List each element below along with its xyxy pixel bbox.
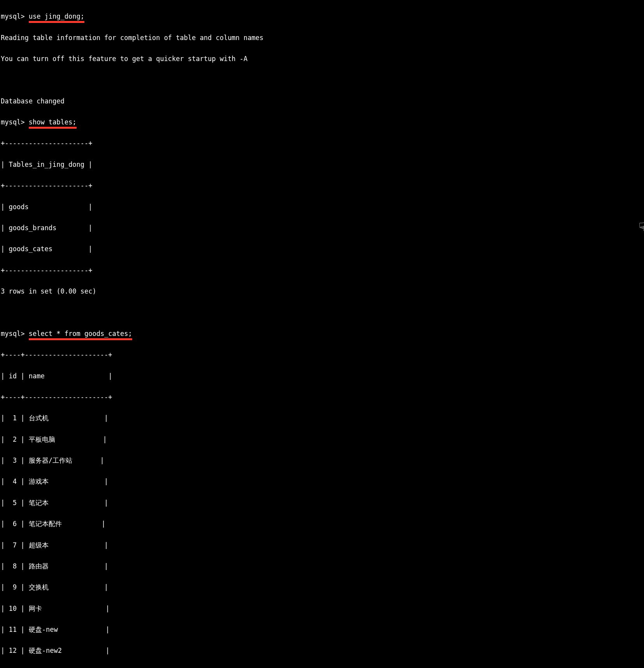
table-row: | 8 | 路由器 | [1,561,643,572]
rows-summary: 3 rows in set (0.00 sec) [1,286,643,297]
msg-turnoff: You can turn off this feature to get a q… [1,54,643,64]
table-row: | 4 | 游戏本 | [1,476,643,487]
table-border: +---------------------+ [1,180,643,191]
table-row: | goods_cates | [1,244,643,254]
table-row: | 5 | 笔记本 | [1,498,643,508]
table-border: +----+---------------------+ [1,350,643,360]
table-row: | 2 | 平板电脑 | [1,434,643,445]
col-header-id: id [9,372,16,380]
mysql-prompt: mysql> [1,118,24,126]
msg-reading: Reading table information for completion… [1,33,643,43]
mysql-prompt: mysql> [1,330,24,337]
cmd-show-tables: show tables; [29,117,77,128]
table-row: | goods_brands | [1,223,643,233]
table-border: +---------------------+ [1,138,643,149]
table-row: | 12 | 硬盘-new2 | [1,645,643,656]
table-row: | 6 | 笔记本配件 | [1,519,643,529]
msg-db-changed: Database changed [1,96,643,107]
cmd-use-db: use jing_dong; [29,11,84,22]
table-row: | 11 | 硬盘-new | [1,624,643,635]
col-header: Tables_in_jing_dong [9,161,84,168]
col-header-name: name [29,372,45,380]
terminal-output[interactable]: mysql> use jing_dong; Reading table info… [0,0,644,668]
table-row: | 7 | 超级本 | [1,540,643,551]
table-header-row: | Tables_in_jing_dong | [1,159,643,170]
cursor-hand-icon: ☟ [639,218,644,236]
table-row: | 9 | 交换机 | [1,582,643,593]
cmd-select-cates: select * from goods_cates; [29,329,132,339]
table-header-row: | id | name | [1,371,643,381]
table-border: +----+---------------------+ [1,392,643,402]
table-row: | 1 | 台式机 | [1,413,643,423]
table-row: | 10 | 网卡 | [1,603,643,614]
table-border: +---------------------+ [1,265,643,276]
mysql-prompt: mysql> [1,12,24,20]
table-row: | 3 | 服务器/工作站 | [1,455,643,466]
table-row: | goods | [1,202,643,212]
